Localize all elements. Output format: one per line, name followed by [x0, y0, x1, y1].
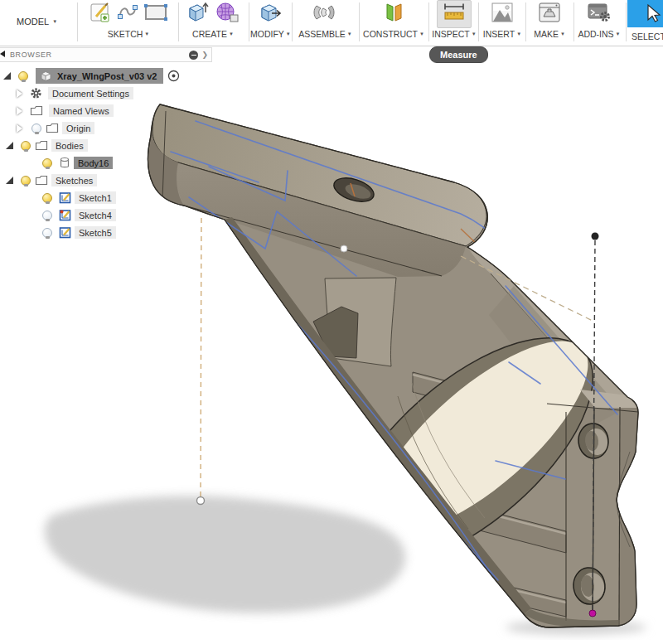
tree-item-label: Sketch1: [75, 191, 116, 204]
tree-item-root[interactable]: Xray_WIngPost_v03 v2: [0, 67, 212, 85]
extrude-box-icon[interactable]: [186, 1, 210, 27]
collapsed-triangle-icon[interactable]: [17, 124, 22, 133]
component-cube-icon: [39, 70, 53, 82]
tree-item-label: Sketch5: [75, 226, 116, 239]
gear-icon: [30, 87, 42, 99]
create-sketch-icon[interactable]: [89, 1, 112, 27]
visibility-bulb-icon[interactable]: [31, 123, 41, 133]
workspace-switcher[interactable]: MODEL▼: [17, 0, 57, 43]
select-tool[interactable]: [627, 0, 663, 27]
insert-image-icon[interactable]: [491, 2, 514, 27]
tree-item-sketches[interactable]: Sketches: [0, 172, 212, 189]
visibility-bulb-icon[interactable]: [42, 158, 52, 168]
measure-tool-icon[interactable]: [437, 0, 472, 28]
measure-point-white[interactable]: [197, 497, 205, 505]
sketch-edited-icon: [59, 209, 71, 221]
folder-icon: [46, 123, 59, 133]
panel-collapse-icon[interactable]: [0, 51, 5, 57]
toolbar-label-construct[interactable]: CONSTRUCT▼: [361, 28, 426, 40]
toolbar-label-create[interactable]: CREATE▼: [180, 28, 246, 40]
browser-header: BROWSER ❯: [0, 47, 212, 62]
toolbar-group-sketch: SKETCH▼: [80, 0, 177, 46]
tree-item-named-views[interactable]: Named Views: [0, 102, 212, 119]
toolbar-label-addins[interactable]: ADD-INS▼: [575, 28, 623, 40]
toolbar-group-modify: MODIFY▼: [250, 0, 290, 46]
joint-icon[interactable]: [312, 1, 340, 27]
toolbar-label-inspect[interactable]: INSPECT▼: [431, 28, 477, 40]
visibility-bulb-icon[interactable]: [42, 228, 52, 238]
toolbar-group-make: MAKE▼: [528, 0, 571, 46]
press-pull-icon[interactable]: [259, 1, 282, 27]
expanded-triangle-icon[interactable]: [6, 177, 13, 184]
tree-item-label: Bodies: [51, 139, 88, 152]
tree-item-origin[interactable]: Origin: [0, 119, 212, 137]
toolbar-label-select[interactable]: SELECT: [627, 31, 663, 41]
body-cylinder-icon: [59, 157, 70, 169]
workspace-label: MODEL: [17, 17, 49, 27]
visibility-bulb-icon[interactable]: [21, 141, 31, 151]
tree-item-label: Named Views: [49, 104, 114, 117]
tree-item-label: Document Settings: [48, 87, 133, 99]
toolbar-label-modify[interactable]: MODIFY▼: [250, 28, 290, 40]
browser-title: BROWSER: [10, 51, 189, 59]
vertex-point-white[interactable]: [341, 245, 347, 252]
folder-icon: [30, 105, 43, 116]
visibility-bulb-icon[interactable]: [42, 211, 52, 220]
construction-line-left: [201, 218, 201, 496]
measure-point-black[interactable]: [592, 233, 599, 240]
collapsed-triangle-icon[interactable]: [17, 90, 22, 98]
sketch-icon: [59, 226, 71, 239]
toolbar-group-construct: CONSTRUCT▼: [361, 0, 426, 46]
toolbar-label-sketch[interactable]: SKETCH▼: [80, 28, 177, 40]
form-sphere-icon[interactable]: [215, 1, 240, 27]
measure-tooltip: Measure: [429, 46, 488, 63]
tree-item-sketch5[interactable]: Sketch5: [0, 224, 212, 241]
browser-panel: BROWSER ❯ Xray_WIngPost_v03 v2 Document …: [0, 47, 212, 241]
toolbar-label-make[interactable]: MAKE▼: [528, 28, 571, 40]
measure-point-magenta[interactable]: [589, 610, 596, 617]
scripts-addins-icon[interactable]: [587, 2, 612, 27]
tree-item-label: Sketches: [51, 174, 97, 186]
cursor-icon: [627, 0, 663, 27]
spline-icon[interactable]: [117, 2, 138, 27]
panel-arrow-icon[interactable]: ❯: [201, 51, 208, 59]
toolbar-group-assemble: ASSEMBLE▼: [294, 0, 356, 46]
chevron-down-icon: ▼: [52, 19, 57, 24]
tree-item-bodies[interactable]: Bodies: [0, 137, 212, 154]
tree-item-label: Sketch4: [75, 209, 116, 221]
tree-item-label: Xray_WIngPost_v03 v2: [57, 71, 157, 81]
sketch-icon: [59, 191, 71, 204]
toolbar-group-addins: ADD-INS▼: [575, 0, 623, 46]
tree-item-sketch1[interactable]: Sketch1: [0, 189, 212, 206]
folder-icon: [35, 175, 48, 186]
rectangle-tool-icon[interactable]: [143, 2, 168, 27]
visibility-bulb-icon[interactable]: [18, 71, 28, 81]
tree-item-sketch4[interactable]: Sketch4: [0, 206, 212, 224]
toolbar-label-insert[interactable]: INSERT▼: [481, 28, 524, 40]
part-shadow: [45, 496, 406, 613]
toolbar-label-assemble[interactable]: ASSEMBLE▼: [294, 28, 356, 40]
toolbar-group-insert: INSERT▼: [481, 0, 524, 46]
expanded-triangle-icon[interactable]: [6, 142, 13, 149]
toolbar-group-inspect: INSPECT▼: [431, 0, 477, 46]
tree-item-label: Origin: [62, 122, 94, 134]
tree-item-document-settings[interactable]: Document Settings: [0, 85, 212, 102]
activate-component-icon[interactable]: [167, 70, 180, 82]
3d-print-icon[interactable]: [538, 2, 561, 27]
folder-icon: [35, 140, 48, 151]
top-toolbar: MODEL▼ SKETCH▼ CREATE▼ MODIFY▼: [0, 0, 663, 46]
browser-tree: Xray_WIngPost_v03 v2 Document Settings N…: [0, 62, 212, 241]
construction-plane-icon[interactable]: [382, 1, 405, 27]
tree-item-body16[interactable]: Body16: [0, 154, 212, 172]
tree-item-label: Body16: [74, 157, 113, 169]
expanded-triangle-icon[interactable]: [3, 72, 11, 80]
visibility-bulb-icon[interactable]: [21, 176, 31, 186]
visibility-bulb-icon[interactable]: [42, 193, 52, 203]
collapsed-triangle-icon[interactable]: [17, 107, 22, 115]
toolbar-group-create: CREATE▼: [180, 0, 246, 46]
minimize-icon[interactable]: [189, 51, 198, 60]
